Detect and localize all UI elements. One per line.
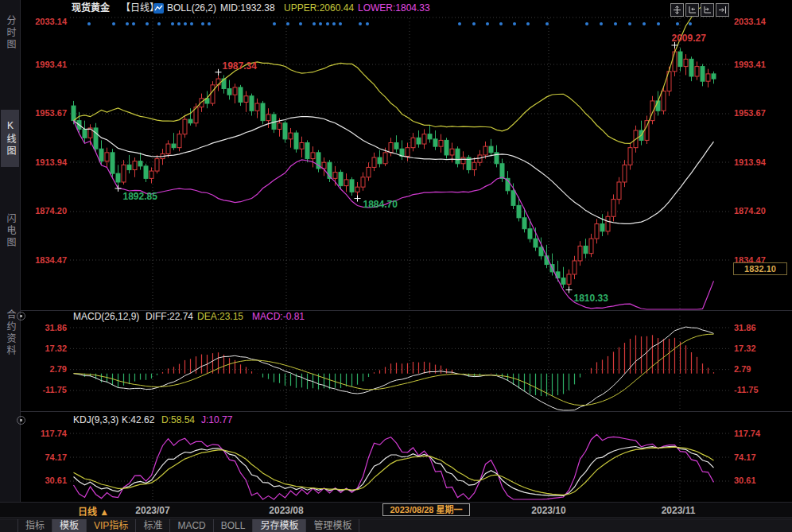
indicator-settings-icon[interactable]	[17, 416, 25, 425]
price-annotation: 1892.85	[123, 191, 157, 202]
price-annotation: 1884.70	[363, 199, 398, 210]
goto-latest-icon[interactable]	[716, 3, 729, 17]
macd-title: MACD(26,12,9)	[73, 311, 139, 322]
price-annotation: 2009.27	[672, 33, 706, 44]
kdj-axis-label: 117.74	[21, 429, 67, 439]
price-axis-label: 1874.20	[734, 206, 780, 216]
kdj-d-value: D:58.54	[161, 414, 195, 425]
chart-canvas[interactable]	[0, 0, 792, 532]
kdj-axis-label: 74.17	[21, 452, 67, 463]
macd-axis-label: 31.86	[734, 323, 780, 333]
price-axis-label: 2033.14	[21, 17, 67, 27]
price-annotation: 1987.34	[223, 60, 257, 72]
selected-date-label: 2023/08/28 星期一	[382, 503, 470, 516]
kdj-j-value: J:10.77	[201, 414, 232, 425]
sidebar-tab-1[interactable]: 分时图	[1, 5, 19, 60]
macd-axis-label: -11.75	[734, 385, 780, 395]
sidebar-tab-3[interactable]: 闪电图	[1, 203, 19, 258]
kdj-axis-label: 30.61	[734, 476, 780, 486]
macd-dea-value: DEA:23.15	[197, 311, 243, 322]
price-axis-label: 1874.20	[21, 206, 67, 216]
macd-axis-label: 2.79	[734, 364, 780, 375]
bottom-tab[interactable]: 标准	[135, 519, 169, 532]
bottom-tab[interactable]: BOLL	[213, 519, 253, 532]
price-axis-label: 1993.41	[21, 60, 67, 70]
kdj-axis-label: 30.61	[21, 476, 67, 486]
time-tick-label: 2023/11	[662, 505, 696, 516]
price-axis-label: 1913.94	[734, 157, 780, 168]
chart-toolbar	[670, 3, 729, 17]
bottom-tab[interactable]: 指标	[17, 519, 52, 532]
macd-value: MACD:-0.81	[252, 311, 305, 322]
boll-label: BOLL(26,2)	[167, 2, 216, 14]
time-tick-label: 2023/08	[269, 505, 303, 516]
boll-upper-value: UPPER:2060.44	[284, 2, 354, 14]
compress-right-icon[interactable]	[701, 3, 714, 17]
price-axis-label: 1993.41	[734, 60, 780, 70]
trading-terminal: { "header": { "title": "现货黄金", "period":…	[0, 0, 792, 532]
indicator-settings-icon[interactable]	[17, 312, 25, 320]
price-axis-label: 1913.94	[21, 157, 67, 168]
price-annotation: 1810.33	[574, 293, 608, 304]
last-price-badge: 1832.10	[733, 262, 787, 275]
boll-mid-value: MID:1932.38	[220, 2, 275, 14]
macd-axis-label: 17.32	[21, 344, 67, 354]
kdj-k-value: K:42.62	[122, 414, 154, 425]
chart-type-icon	[153, 3, 164, 14]
pan-icon[interactable]	[670, 3, 684, 17]
boll-lower-value: LOWER:1804.33	[358, 2, 430, 14]
sidebar-tab-4[interactable]: 合约资料	[1, 296, 19, 371]
bottom-tab[interactable]: 管理模板	[305, 519, 359, 532]
bottom-toolbar: 指标模板VIP指标标准MACDBOLL另存模板管理模板	[0, 518, 792, 532]
macd-diff-value: DIFF:22.74	[146, 311, 193, 322]
sidebar-tab-2[interactable]: K线图	[1, 110, 19, 167]
macd-axis-label: 31.86	[21, 323, 67, 333]
bottom-tab[interactable]: 另存模板	[252, 519, 305, 532]
instrument-title: 现货黄金	[72, 2, 110, 14]
kdj-axis-label: 74.17	[734, 452, 780, 463]
period-selector[interactable]: 日线 ▲	[78, 504, 109, 518]
macd-axis-label: -11.75	[21, 385, 67, 395]
bottom-tab[interactable]: MACD	[169, 519, 212, 532]
price-axis-label: 1953.67	[734, 108, 780, 118]
sidebar: 分时图K线图闪电图合约资料	[0, 0, 21, 502]
kdj-title: KDJ(9,3,3)	[73, 414, 118, 425]
time-tick-label: 2023/10	[531, 505, 565, 516]
macd-axis-label: 17.32	[734, 344, 780, 354]
bottom-tab[interactable]: 模板	[52, 519, 86, 532]
bottom-tab[interactable]: VIP指标	[86, 519, 135, 532]
price-axis-label: 1834.47	[21, 255, 67, 266]
time-tick-label: 2023/07	[135, 505, 169, 516]
kdj-axis-label: 117.74	[734, 429, 780, 439]
compress-left-icon[interactable]	[685, 3, 699, 17]
price-axis-label: 1953.67	[21, 108, 67, 118]
price-axis-label: 2033.14	[734, 17, 780, 27]
macd-axis-label: 2.79	[21, 364, 67, 375]
